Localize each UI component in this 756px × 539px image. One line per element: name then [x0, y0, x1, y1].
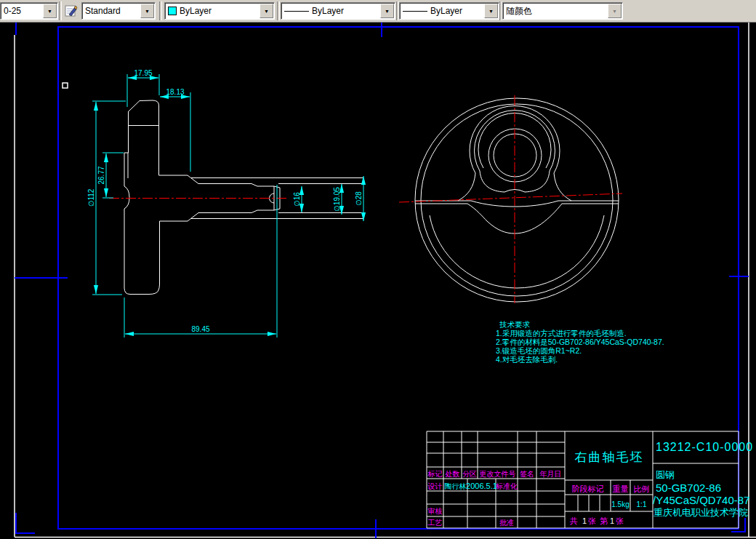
chevron-down-icon[interactable]: ▼ [484, 4, 498, 18]
dim-collar-width: 18.13 [166, 88, 184, 96]
design-date: 2006.5.1 [466, 482, 497, 490]
drawing-svg[interactable]: 17.95 18.13 26.77 ∅112 89.45 ∅16 ∅19.05 … [0, 0, 756, 539]
centerlines [109, 95, 622, 303]
scale-value: 1:1 [637, 500, 647, 508]
dimension-lines [92, 74, 363, 338]
tech-requirements: 技术要求 1.采用锻造的方式进行零件的毛坯制造. 2.零件的材料是50-GB70… [496, 320, 664, 364]
text-style-value: Standard [82, 3, 140, 19]
header-count: 处数 [446, 470, 460, 478]
chevron-down-icon[interactable]: ▼ [380, 4, 394, 18]
lineweight-control-combo[interactable]: ByLayer ▼ [399, 2, 499, 20]
text-style-combo[interactable]: Standard ▼ [81, 2, 156, 20]
linetype-sample-icon [284, 11, 309, 12]
tech-requirement-item: 4.对毛坯去除毛刺. [496, 355, 558, 364]
dim-web-diameter: ∅112 [87, 188, 95, 207]
dim-overall-length: 89.45 [191, 325, 209, 333]
header-mark: 标记 [427, 470, 443, 478]
side-view-geometry [124, 100, 363, 295]
text-style-icon [65, 4, 78, 17]
header-date: 年月日 [540, 470, 562, 478]
lineweight-value: ByLayer [430, 6, 462, 16]
drawing-canvas[interactable]: 17.95 18.13 26.77 ∅112 89.45 ∅16 ∅19.05 … [0, 0, 756, 539]
dim-web-offset: 26.77 [97, 166, 105, 184]
plot-style-value: 随颜色 [503, 3, 607, 19]
properties-toolbar: 0-25 ▼ Standard ▼ ByLayer ▼ [0, 0, 756, 23]
toolbar-separator [59, 1, 62, 20]
dim-collar-diameter: ∅28 [355, 191, 363, 206]
chevron-down-icon[interactable]: ▼ [140, 4, 154, 18]
header-zone: 分区 [462, 470, 477, 478]
chevron-down-icon[interactable]: ▼ [260, 4, 273, 18]
tech-requirements-title: 技术要求 [499, 320, 531, 329]
weight-value: 1.5kg [611, 500, 629, 508]
process-label: 工艺 [428, 519, 443, 527]
plot-style-combo: 随颜色 ▼ [502, 2, 623, 20]
toolbar-separator [159, 1, 162, 20]
dim-width-top-lobe: 17.95 [134, 69, 152, 77]
dim-style-combo[interactable]: 0-25 ▼ [0, 2, 58, 20]
material-type: 圆钢 [656, 469, 675, 480]
dim-style-value: 0-25 [1, 3, 42, 19]
tech-requirement-item: 1.采用锻造的方式进行零件的毛坯制造. [496, 329, 627, 338]
cad-application-window: 17.95 18.13 26.77 ∅112 89.45 ∅16 ∅19.05 … [0, 0, 756, 539]
linetype-value: ByLayer [312, 6, 344, 16]
color-value: ByLayer [180, 6, 212, 16]
color-swatch-icon [168, 7, 177, 15]
organization-name: 重庆机电职业技术学院 [654, 507, 748, 518]
design-label: 设计 [427, 482, 443, 490]
color-control-combo[interactable]: ByLayer ▼ [164, 2, 275, 20]
chevron-down-icon: ▼ [608, 4, 622, 18]
drawing-number: 13212-C10-0000 [656, 441, 753, 453]
approve-label: 批准 [499, 519, 514, 527]
paper-edge-lines [15, 22, 756, 538]
dim-journal-diameter: ∅19.05 [333, 187, 341, 212]
header-change-doc: 更改文件号 [480, 470, 516, 478]
lineweight-sample-icon [403, 11, 427, 12]
standardization-label: 标准化 [495, 482, 518, 490]
text-style-button[interactable] [63, 2, 80, 19]
toolbar-separator [277, 1, 280, 20]
material-standard: 50-GB702-86 [656, 482, 721, 494]
selection-grip[interactable] [63, 83, 68, 88]
review-label: 审核 [428, 507, 443, 515]
stage-mark-label: 阶段标记 [572, 484, 604, 493]
linetype-control-combo[interactable]: ByLayer ▼ [281, 2, 395, 20]
header-signature: 签名 [520, 470, 534, 478]
weight-label: 重量 [613, 484, 629, 493]
dimension-texts: 17.95 18.13 26.77 ∅112 89.45 ∅16 ∅19.05 … [87, 69, 363, 333]
material-grade: /Y45CaS/QD740-87 [653, 494, 749, 506]
sheet-count-row: 共 1 张 第 1 张 [569, 516, 624, 525]
tech-requirement-item: 2.零件的材料是50-GB702-86/Y45CaS-QD740-87. [496, 338, 664, 346]
tech-requirement-item: 3.锻造毛坯的圆角R1~R2. [496, 346, 582, 355]
part-name: 右曲轴毛坯 [575, 450, 644, 464]
dim-spigot-diameter: ∅16 [293, 192, 301, 207]
designer-name: 陶行林 [445, 482, 467, 490]
chevron-down-icon[interactable]: ▼ [43, 4, 57, 18]
title-block-texts: 右曲轴毛坯 13212-C10-0000 圆钢 50-GB702-86 /Y45… [427, 441, 754, 527]
scale-label: 比例 [634, 484, 650, 493]
